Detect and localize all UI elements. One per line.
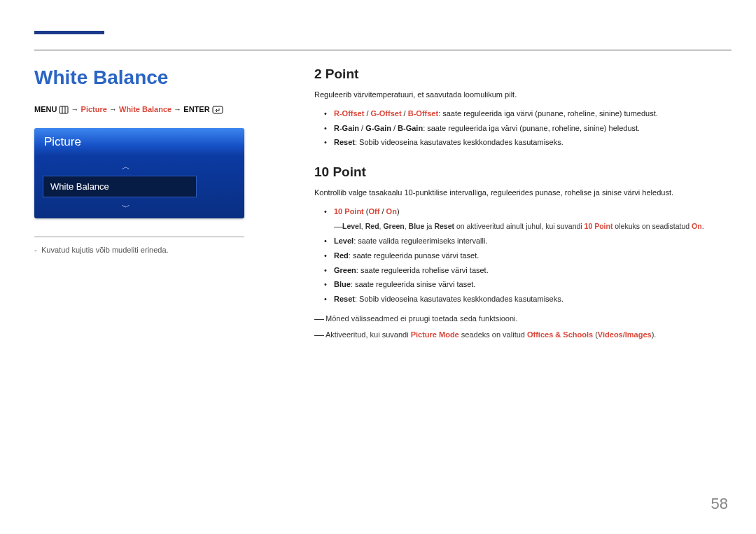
term: Red [334,251,349,260]
svg-rect-0 [59,106,68,113]
footnote-dash: - [34,244,37,256]
text: ja [424,222,434,230]
list-item: 10 Point (Off / On) [324,206,710,218]
breadcrumb-picture: Picture [81,105,107,113]
page-top-rule [34,31,732,50]
term: Reset [434,222,454,230]
option: On [386,207,397,216]
arrow: → [109,105,117,113]
list-item: R-Offset / G-Offset / B-Offset: saate re… [324,108,710,120]
subsection-10point-sublist: Level: saate valida reguleerimiseks inte… [324,235,710,305]
sep: / [379,207,386,216]
desc: : saate reguleerida rohelise värvi taset… [356,266,489,274]
text: seadeks on valitud [459,330,527,339]
desc: : Sobib videoseina kasutavates keskkonda… [355,295,564,303]
list-item: Level: saate valida reguleerimiseks inte… [324,235,710,248]
paren: ( [593,330,598,339]
desc: : saate reguleerida punase värvi taset. [349,251,479,260]
arrow: → [71,105,79,113]
trailing-note-2: ― Aktiveeritud, kui suvandi Picture Mode… [314,328,710,342]
osd-header: Picture [34,128,244,156]
term: Green [334,266,356,274]
term: B-Offset [408,109,438,118]
trailing-note-1: ― Mõned välisseadmed ei pruugi toetada s… [314,312,710,325]
paren: ( [364,207,369,216]
menu-path: MENU → Picture → White Balance → ENTER [34,104,272,115]
term: G-Gain [365,124,391,132]
menu-label: MENU [34,105,57,113]
list-item: Red: saate reguleerida punase värvi tase… [324,250,710,262]
term: Reset [334,138,355,146]
desc: : saate reguleerida iga värvi (punane, r… [423,124,640,132]
term: Level [334,237,354,245]
term: Blue [409,222,425,230]
page-number: 58 [711,495,728,513]
enter-label: ENTER [183,105,209,113]
term: B-Gain [398,124,423,132]
activation-note: ― Level, Red, Green, Blue ja Reset on ak… [334,220,710,233]
term: R-Gain [334,124,359,132]
term: Level [342,222,361,230]
caret-up-icon[interactable]: ︿ [122,161,130,173]
page-content: White Balance MENU → Picture → White Bal… [34,66,732,510]
text: on aktiveeritud ainult juhul, kui suvand… [454,222,584,230]
term: Blue [334,280,351,288]
term: On [692,222,702,230]
term: Videos/Images [598,330,652,339]
svg-rect-3 [213,106,223,113]
left-column: White Balance MENU → Picture → White Bal… [34,66,272,510]
osd-header-label: Picture [44,135,81,148]
note-dash: ― [334,219,343,234]
term: Green [383,222,404,230]
sep: / [364,109,370,118]
list-item: Green: saate reguleerida rohelise värvi … [324,265,710,277]
breadcrumb-white-balance: White Balance [119,105,172,113]
footnote-separator [34,237,244,237]
text: olekuks on seadistatud [612,222,692,230]
section-title: White Balance [34,66,272,89]
caret-down-icon[interactable]: ﹀ [122,202,130,213]
term: R-Offset [334,109,364,118]
footnote-text: Kuvatud kujutis võib mudeliti erineda. [41,246,169,254]
subsection-10point-intro: Kontrollib valge tasakaalu 10-punktilise… [314,187,710,199]
sep: / [402,109,408,118]
text: . [702,222,704,230]
subsection-2point-list: R-Offset / G-Offset / B-Offset: saate re… [324,108,710,149]
osd-body: ︿ White Balance ﹀ [34,156,244,218]
osd-panel: Picture ︿ White Balance ﹀ [34,128,244,218]
osd-item-label: White Balance [50,181,109,192]
note-dash: ― [314,327,324,344]
subsection-10point-title: 10 Point [314,164,710,180]
subsection-2point-title: 2 Point [314,66,710,82]
list-item: Reset: Sobib videoseina kasutavates kesk… [324,293,710,306]
paren: ). [652,330,657,339]
sep: / [359,124,365,132]
text: Mõned välisseadmed ei pruugi toetada sed… [326,314,518,323]
note-dash: ― [314,311,324,328]
list-item: Reset: Sobib videoseina kasutavates kesk… [324,136,710,149]
right-column: 2 Point Reguleerib värvitemperatuuri, et… [314,66,732,510]
menu-icon [59,104,69,115]
text: Aktiveeritud, kui suvandi [326,330,411,339]
paren: ) [397,207,400,216]
list-item: Blue: saate reguleerida sinise värvi tas… [324,279,710,291]
term: Red [365,222,379,230]
desc: : saate valida reguleerimiseks intervall… [354,237,487,245]
desc: : saate reguleerida iga värvi (punane, r… [438,109,658,118]
page-top-accent [34,31,104,34]
osd-item-white-balance[interactable]: White Balance [43,176,197,197]
sep: / [391,124,398,132]
term: Picture Mode [411,330,459,339]
subsection-10point-list: 10 Point (Off / On) [324,206,710,218]
term: 10 Point [334,207,364,216]
footnote: - Kuvatud kujutis võib mudeliti erineda. [34,244,272,256]
desc: : Sobib videoseina kasutavates keskkonda… [355,138,564,146]
term: 10 Point [584,222,613,230]
enter-icon [212,104,223,115]
term: G-Offset [371,109,402,118]
term: Offices & Schools [527,330,593,339]
arrow: → [174,105,181,113]
option: Off [369,207,380,216]
term: Reset [334,295,355,303]
list-item: R-Gain / G-Gain / B-Gain: saate reguleer… [324,122,710,135]
